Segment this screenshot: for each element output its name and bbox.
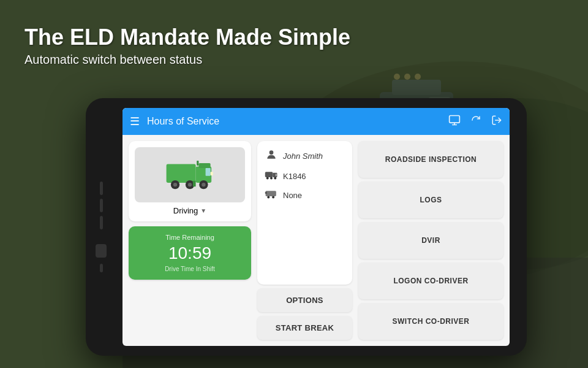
svg-point-38 [267, 196, 270, 199]
power-btn[interactable] [100, 264, 103, 272]
truck-small-icon [265, 170, 278, 183]
svg-rect-18 [198, 163, 210, 167]
middle-panel: John Smith [257, 141, 352, 340]
logout-icon[interactable] [491, 115, 502, 129]
status-card: Driving ▼ [129, 141, 251, 221]
options-button[interactable]: OPTIONS [257, 288, 352, 312]
volume-up-btn[interactable] [100, 182, 103, 195]
volume-buttons [100, 182, 103, 229]
svg-rect-36 [266, 191, 276, 196]
time-value: 10:59 [168, 243, 211, 263]
tablet-frame: ☰ Hours of Service [86, 98, 527, 356]
svg-rect-15 [450, 115, 460, 123]
svg-rect-32 [275, 174, 277, 176]
driver-name-row: John Smith [265, 148, 345, 164]
svg-point-29 [270, 150, 274, 155]
time-remaining-label: Time Remaining [165, 234, 214, 241]
monitor-icon[interactable] [448, 114, 461, 129]
svg-point-23 [173, 182, 177, 186]
left-panel: Driving ▼ Time Remaining 10:59 Drive Tim… [129, 141, 251, 340]
hero-subtitle: Automatic switch between status [24, 53, 350, 67]
app-title: Hours of Service [147, 116, 441, 127]
trailer-row: None [265, 189, 345, 202]
hero-title: The ELD Mandate Made Simple [24, 25, 350, 50]
home-button[interactable] [96, 244, 107, 258]
svg-point-27 [202, 182, 205, 186]
start-break-button[interactable]: START BREAK [257, 316, 352, 340]
svg-point-34 [270, 177, 273, 180]
topbar: ☰ Hours of Service [123, 108, 510, 135]
svg-rect-28 [193, 180, 196, 186]
volume-mute-btn[interactable] [100, 216, 103, 229]
truck-icon-container [135, 147, 245, 202]
svg-point-39 [272, 196, 274, 199]
svg-point-33 [266, 177, 269, 180]
side-buttons [96, 182, 107, 272]
roadside-inspection-button[interactable]: ROADSIDE INSPECTION [358, 141, 503, 178]
svg-rect-19 [206, 167, 211, 175]
hero-section: The ELD Mandate Made Simple Automatic sw… [24, 25, 350, 67]
dropdown-arrow-icon: ▼ [200, 207, 206, 214]
trailer-id: None [283, 191, 302, 200]
svg-rect-37 [265, 192, 267, 194]
right-panel: ROADSIDE INSPECTION LOGS DVIR LOGON CO-D… [358, 141, 503, 340]
svg-point-25 [188, 182, 192, 186]
switch-codriver-button[interactable]: SWITCH CO-DRIVER [358, 303, 503, 340]
trailer-icon [265, 189, 278, 202]
driver-info-card: John Smith [257, 141, 352, 285]
svg-rect-21 [197, 160, 198, 165]
driver-name: John Smith [283, 151, 323, 161]
action-buttons: OPTIONS START BREAK [257, 288, 352, 340]
vehicle-id: K1846 [283, 172, 306, 181]
volume-down-btn[interactable] [100, 199, 103, 212]
logs-button[interactable]: LOGS [358, 182, 503, 218]
svg-rect-30 [265, 172, 273, 177]
time-card: Time Remaining 10:59 Drive Time In Shift [129, 226, 251, 280]
svg-rect-20 [211, 172, 213, 175]
svg-point-35 [274, 177, 276, 180]
vehicle-row: K1846 [265, 170, 345, 183]
refresh-icon[interactable] [470, 115, 481, 129]
main-content: Driving ▼ Time Remaining 10:59 Drive Tim… [123, 135, 510, 346]
svg-rect-16 [167, 164, 196, 182]
driving-status[interactable]: Driving ▼ [173, 206, 206, 215]
logon-codriver-button[interactable]: LOGON CO-DRIVER [358, 263, 503, 299]
person-icon [265, 148, 278, 164]
hamburger-menu-icon[interactable]: ☰ [130, 115, 140, 128]
time-sublabel: Drive Time In Shift [165, 266, 215, 272]
driving-status-label: Driving [173, 206, 198, 215]
screen: ☰ Hours of Service [123, 108, 510, 346]
topbar-icons [448, 114, 502, 129]
dvir-button[interactable]: DVIR [358, 222, 503, 259]
